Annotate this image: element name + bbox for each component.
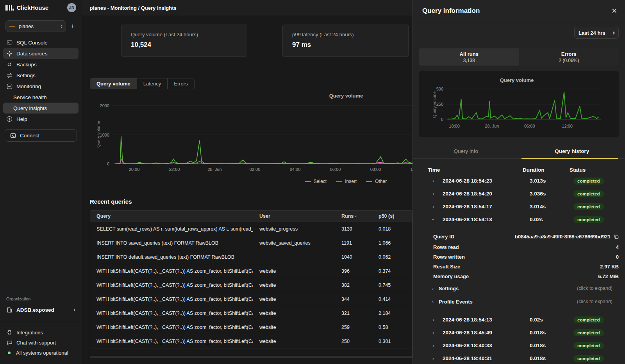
breadcrumb: planes - Monitoring / Query insights [90, 5, 177, 11]
col-user[interactable]: User [253, 213, 335, 219]
legend-insert[interactable]: Insert [336, 179, 357, 184]
expand-hint: (click to expand) [577, 299, 612, 304]
stat-card-p99-latency: p99 latency (Last 24 hours) 97 ms [282, 25, 409, 57]
chevron-right-icon: › [432, 286, 439, 291]
table-row[interactable]: WITH bitShiftLeft(CAST(?..), _CAST(?..))… [90, 292, 412, 306]
panel-query-volume-chart: 025050018:0028. Jun06:0012:00Query volum… [419, 71, 619, 137]
tab-errors[interactable]: Errors [167, 78, 194, 89]
sidebar-item-sql-console[interactable]: SQL Console [3, 37, 79, 48]
result-size-value: 2.97 KB [600, 264, 619, 270]
chevron-right-icon[interactable]: › [432, 330, 443, 336]
recent-queries-table: Query User Runs› p50 (s) SELECT sum(read… [90, 210, 412, 356]
svg-text:28. Jun: 28. Jun [485, 124, 499, 128]
add-service-button[interactable]: + [69, 23, 76, 30]
chevron-down-icon[interactable]: › [432, 217, 443, 222]
history-row[interactable]: › 2024-06-28 18:54:17 3.014s completed [413, 200, 625, 213]
legend-select[interactable]: Select [305, 179, 327, 184]
result-size-label: Result Size [433, 264, 460, 270]
organization-switcher[interactable]: ADSB.exposed › [3, 304, 79, 315]
history-row[interactable]: › 2024-06-28 18:40:33 0.018s completed [413, 339, 625, 352]
panel-title: Query information [422, 7, 611, 15]
close-icon[interactable]: ✕ [611, 7, 617, 14]
history-row-expanded[interactable]: › 2024-06-28 18:54:13 0.02s completed [413, 213, 625, 226]
svg-text:08:00: 08:00 [370, 167, 381, 172]
profile-events-expander[interactable]: › Profile Events (click to expand) [413, 295, 619, 308]
system-status[interactable]: All systems operational [0, 348, 82, 358]
segment-all-runs[interactable]: All runs 3,138 [419, 48, 519, 66]
table-row[interactable]: INSERT INTO default.saved_queries (text)… [90, 250, 412, 264]
restore-icon: ↺ [6, 61, 12, 67]
sidebar-item-help[interactable]: ? Help [3, 114, 79, 124]
table-scrollbar[interactable] [90, 356, 412, 358]
chevron-right-icon: › [73, 307, 75, 313]
status-badge: completed [573, 216, 604, 223]
sidebar: ClickHouse ZN aws planes ▴▾ + SQL Consol… [0, 0, 82, 364]
query-information-panel: Query information ✕ Last 24 hrs ▴▾ All r… [412, 0, 625, 364]
history-row[interactable]: › 2024-06-28 18:54:13 0.02s completed [413, 313, 625, 326]
sidebar-item-integrations[interactable]: Integrations [0, 327, 82, 337]
status-badge: completed [573, 316, 604, 323]
sidebar-item-service-health[interactable]: Service health [3, 92, 79, 103]
sliders-icon [6, 72, 12, 78]
legend-dash-icon [366, 181, 372, 182]
copy-icon[interactable] [614, 234, 619, 239]
table-row[interactable]: INSERT INTO saved_queries (text) FORMAT … [90, 236, 412, 250]
query-id-value: b0845aa9-a8c9-49f0-8f68-e678669bd921 [515, 234, 611, 240]
chevron-right-icon[interactable]: › [432, 343, 443, 348]
data-sources-icon [6, 50, 12, 57]
connect-button[interactable]: Connect [5, 129, 77, 142]
chevron-updown-icon: ▴▾ [61, 24, 62, 28]
tab-latency[interactable]: Latency [137, 78, 168, 89]
svg-text:22:00: 22:00 [169, 167, 180, 172]
organization-label: Organization [0, 297, 82, 301]
col-query[interactable]: Query [90, 213, 253, 219]
tab-query-volume[interactable]: Query volume [90, 78, 137, 89]
svg-text:0: 0 [107, 162, 109, 166]
workspace-select[interactable]: aws planes ▴▾ [5, 20, 66, 32]
legend-other[interactable]: Other [366, 179, 387, 184]
sidebar-item-chat-support[interactable]: Chat with support [0, 337, 82, 348]
time-range-select[interactable]: Last 24 hrs ▴▾ [574, 27, 619, 39]
chart-icon [6, 83, 12, 89]
history-row[interactable]: › 2024-06-28 18:45:49 0.018s completed [413, 326, 625, 339]
table-row-partial [90, 348, 412, 356]
chevron-right-icon[interactable]: › [432, 191, 443, 197]
sidebar-item-monitoring[interactable]: Monitoring [3, 81, 79, 92]
svg-text:20:00: 20:00 [129, 167, 140, 172]
table-row[interactable]: WITH bitShiftLeft(CAST(?..), _CAST(?..))… [90, 334, 412, 348]
tab-query-info[interactable]: Query info [413, 144, 519, 158]
legend-label: Other [375, 179, 387, 184]
chevron-right-icon[interactable]: › [432, 204, 443, 210]
table-row[interactable]: WITH bitShiftLeft(CAST(?..), _CAST(?..))… [90, 264, 412, 278]
svg-text:250: 250 [436, 102, 443, 107]
table-row[interactable]: WITH bitShiftLeft(CAST(?..), _CAST(?..))… [90, 306, 412, 320]
sidebar-item-data-sources[interactable]: Data sources [3, 48, 79, 59]
chevron-right-icon[interactable]: › [432, 317, 443, 323]
tab-query-history[interactable]: Query history [519, 144, 625, 158]
sidebar-item-query-insights[interactable]: Query insights [3, 103, 79, 114]
history-row[interactable]: › 2024-06-28 18:54:23 3.013s completed [413, 174, 625, 187]
user-avatar[interactable]: ZN [67, 3, 76, 12]
chevron-right-icon[interactable]: › [432, 178, 443, 184]
memory-usage-label: Memory usage [433, 273, 469, 279]
sidebar-item-settings[interactable]: Settings [3, 70, 79, 81]
history-row[interactable]: › 2024-06-28 18:40:31 0.018s completed [413, 352, 625, 364]
aws-icon: aws [9, 25, 16, 28]
svg-text:500: 500 [436, 87, 443, 91]
stat-label: Query volume (Last 24 hours) [131, 32, 238, 37]
table-header: Query User Runs› p50 (s) [90, 211, 412, 222]
expand-hint: (click to expand) [577, 286, 612, 291]
col-p50[interactable]: p50 (s) [372, 213, 412, 219]
col-runs[interactable]: Runs› [335, 213, 372, 219]
table-row[interactable]: SELECT sum(read_rows) AS r, sum(total_ro… [90, 222, 412, 236]
chevron-updown-icon: ▴▾ [613, 31, 614, 35]
history-row[interactable]: › 2024-06-28 18:54:20 3.036s completed [413, 187, 625, 200]
chevron-right-icon[interactable]: › [432, 355, 443, 361]
table-row[interactable]: WITH bitShiftLeft(CAST(?..), _CAST(?..))… [90, 278, 412, 292]
settings-expander[interactable]: › Settings (click to expand) [413, 282, 619, 295]
chart-legend: Select Insert Other [268, 179, 424, 184]
table-row[interactable]: WITH bitShiftLeft(CAST(?..), _CAST(?..))… [90, 320, 412, 334]
segment-errors[interactable]: Errors 2 (0.06%) [519, 48, 619, 66]
sidebar-item-backups[interactable]: ↺ Backups [3, 59, 79, 70]
connect-label: Connect [20, 133, 39, 138]
